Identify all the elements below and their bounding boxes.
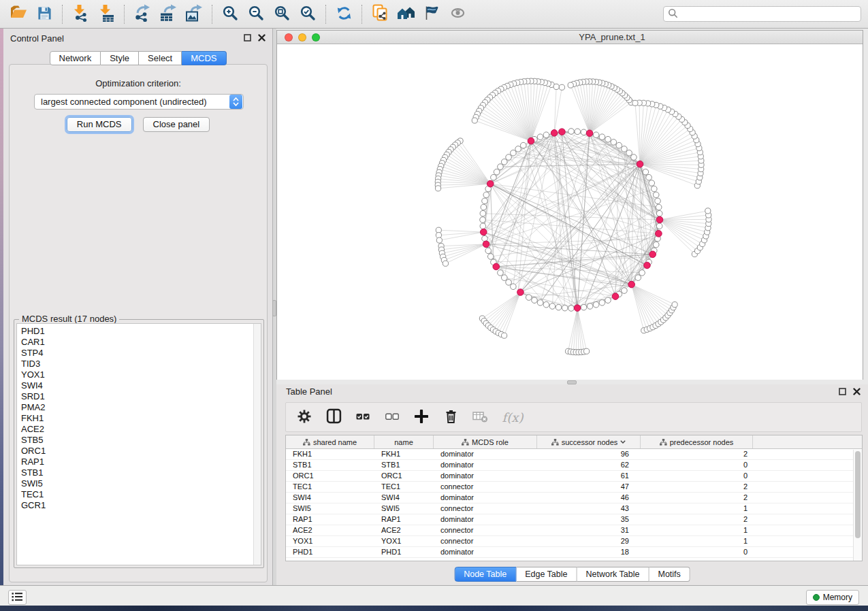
mcds-result-item[interactable]: PMA2 bbox=[21, 402, 261, 413]
table-cell: 47 bbox=[537, 482, 641, 492]
tab-network[interactable]: Network bbox=[49, 51, 101, 65]
table-row[interactable]: RAP1RAP1dominator352 bbox=[286, 514, 862, 525]
float-panel-icon[interactable] bbox=[244, 33, 251, 44]
export-table-icon bbox=[159, 4, 178, 24]
network-canvas[interactable] bbox=[277, 44, 863, 380]
mcds-result-item[interactable]: RAP1 bbox=[21, 457, 261, 467]
mcds-result-item[interactable]: SWI4 bbox=[21, 380, 261, 391]
close-panel-button[interactable]: Close panel bbox=[143, 117, 210, 132]
tab-network-table[interactable]: Network Table bbox=[577, 567, 649, 582]
column-header-successor-nodes[interactable]: successor nodes bbox=[537, 435, 641, 448]
mcds-result-item[interactable]: CAR1 bbox=[21, 337, 261, 348]
mcds-result-item[interactable]: STB1 bbox=[21, 467, 261, 478]
column-header-name[interactable]: name bbox=[374, 435, 434, 448]
show-graphics-button[interactable] bbox=[445, 3, 470, 26]
memory-button[interactable]: Memory bbox=[806, 590, 859, 605]
zoom-in-button[interactable] bbox=[217, 3, 243, 26]
mcds-result-item[interactable]: SWI5 bbox=[21, 478, 261, 489]
column-header-shared-name[interactable]: shared name bbox=[286, 435, 374, 448]
table-scrollbar-thumb[interactable] bbox=[855, 451, 861, 538]
mcds-result-item[interactable]: YOX1 bbox=[21, 369, 261, 380]
float-panel-icon[interactable] bbox=[839, 387, 846, 397]
import-network-button[interactable] bbox=[67, 3, 93, 26]
table-cell: 18 bbox=[537, 547, 641, 557]
first-neighbors-button[interactable] bbox=[393, 3, 419, 26]
close-panel-icon[interactable] bbox=[258, 33, 266, 44]
unchecked-boxes-icon bbox=[385, 412, 399, 423]
tab-mcds[interactable]: MCDS bbox=[182, 51, 226, 65]
create-column-button[interactable] bbox=[413, 408, 430, 426]
search-input[interactable] bbox=[678, 10, 856, 19]
trash-icon bbox=[444, 409, 458, 426]
table-cell: 2 bbox=[641, 493, 753, 503]
import-table-button[interactable] bbox=[93, 3, 119, 26]
mcds-result-item[interactable]: SRD1 bbox=[21, 391, 261, 402]
mcds-result-item[interactable]: ORC1 bbox=[21, 446, 261, 457]
minimize-window-icon[interactable] bbox=[298, 33, 306, 42]
table-row[interactable]: TEC1TEC1connector472 bbox=[286, 482, 862, 493]
table-row[interactable]: FKH1FKH1dominator962 bbox=[286, 449, 862, 460]
table-toolbar: f(x) bbox=[285, 402, 862, 432]
table-row[interactable]: YOX1YOX1connector291 bbox=[286, 536, 862, 547]
table-row[interactable]: ORC1ORC1dominator610 bbox=[286, 471, 862, 482]
mcds-result-scrollbar[interactable] bbox=[253, 324, 261, 565]
export-network-button[interactable] bbox=[129, 3, 155, 26]
optimization-criterion-label: Optimization criterion: bbox=[10, 78, 267, 88]
save-session-button[interactable] bbox=[31, 3, 57, 26]
mcds-result-item[interactable]: TEC1 bbox=[21, 489, 261, 500]
export-table-button[interactable] bbox=[155, 3, 181, 26]
table-settings-button[interactable] bbox=[295, 408, 313, 426]
table-row[interactable]: STB1STB1dominator620 bbox=[286, 460, 862, 471]
function-builder-button[interactable]: f(x) bbox=[500, 408, 525, 426]
mcds-result-item[interactable]: TID3 bbox=[21, 359, 261, 369]
table-row[interactable]: SWI4SWI4dominator462 bbox=[286, 493, 862, 503]
mcds-result-item[interactable]: STB5 bbox=[21, 435, 261, 446]
table-cell: 96 bbox=[537, 449, 641, 459]
delete-table-button[interactable] bbox=[471, 408, 489, 426]
select-all-rows-button[interactable] bbox=[354, 408, 372, 426]
clone-network-button[interactable] bbox=[367, 3, 393, 26]
mcds-result-item[interactable]: FKH1 bbox=[21, 413, 261, 424]
mcds-result-item[interactable]: PHD1 bbox=[21, 326, 261, 337]
table-row[interactable]: SWI5SWI5connector431 bbox=[286, 503, 862, 514]
column-header-mcds-role[interactable]: MCDS role bbox=[434, 435, 537, 448]
zoom-selected-button[interactable] bbox=[295, 3, 321, 26]
tab-motifs[interactable]: Motifs bbox=[649, 567, 690, 582]
import-table-icon bbox=[97, 4, 115, 24]
delete-column-button[interactable] bbox=[442, 408, 460, 426]
gear-icon bbox=[297, 409, 312, 426]
table-row[interactable]: ACE2ACE2connector311 bbox=[286, 525, 862, 536]
export-image-button[interactable] bbox=[181, 3, 207, 26]
open-session-button[interactable] bbox=[5, 3, 31, 26]
network-titlebar: YPA_prune.txt_1 bbox=[277, 31, 863, 44]
show-column-pane-button[interactable] bbox=[325, 408, 342, 426]
table-cell: 2 bbox=[641, 514, 753, 525]
zoom-out-icon bbox=[248, 5, 264, 23]
zoom-fit-button[interactable] bbox=[269, 3, 295, 26]
close-panel-icon[interactable] bbox=[853, 387, 861, 397]
refresh-button[interactable] bbox=[331, 3, 357, 26]
table-scrollbar[interactable] bbox=[853, 450, 862, 561]
tab-edge-table[interactable]: Edge Table bbox=[516, 567, 577, 582]
criterion-select[interactable]: largest connected component (undirected) bbox=[34, 94, 244, 110]
task-list-icon bbox=[12, 592, 23, 604]
mcds-result-item[interactable]: GCR1 bbox=[21, 500, 261, 511]
column-header-predecessor-nodes[interactable]: predecessor nodes bbox=[641, 435, 753, 448]
mcds-result-item[interactable]: STP4 bbox=[21, 348, 261, 359]
tab-node-table[interactable]: Node Table bbox=[454, 567, 516, 582]
table-cell: ORC1 bbox=[374, 471, 434, 481]
close-window-icon[interactable] bbox=[285, 33, 293, 42]
table-row[interactable]: PHD1PHD1dominator180 bbox=[286, 547, 862, 558]
cp-tabs: NetworkStyleSelectMCDS bbox=[49, 51, 226, 65]
hide-graphics-button[interactable] bbox=[419, 3, 445, 26]
table-cell: FKH1 bbox=[286, 449, 374, 459]
run-mcds-button[interactable]: Run MCDS bbox=[67, 117, 132, 132]
deselect-all-rows-button[interactable] bbox=[383, 408, 401, 426]
tab-select[interactable]: Select bbox=[139, 51, 182, 65]
task-history-button[interactable] bbox=[8, 590, 27, 605]
mcds-result-item[interactable]: ACE2 bbox=[21, 424, 261, 435]
table-cell: 35 bbox=[537, 514, 641, 525]
tab-style[interactable]: Style bbox=[101, 51, 139, 65]
refresh-icon bbox=[336, 5, 353, 24]
zoom-out-button[interactable] bbox=[243, 3, 269, 26]
